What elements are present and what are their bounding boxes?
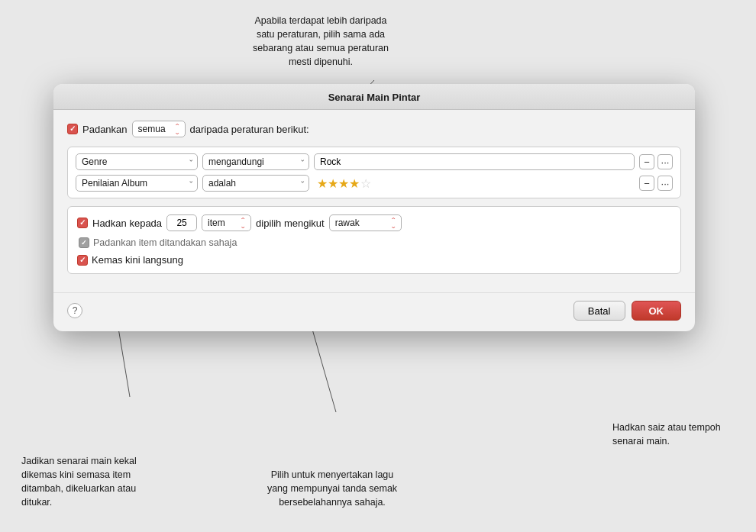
limit-label: Hadkan kepada bbox=[92, 218, 162, 229]
match-suffix: daripada peraturan berikut: bbox=[190, 124, 309, 135]
rule1-actions: − ··· bbox=[639, 154, 673, 169]
rule-row-1: Genre mengandungi − ··· bbox=[76, 153, 673, 170]
live-update-checkbox[interactable] bbox=[77, 255, 88, 266]
cancel-button[interactable]: Batal bbox=[573, 301, 625, 321]
match-checkbox[interactable] bbox=[67, 124, 78, 134]
checked-only-checkbox[interactable]: ✓ bbox=[79, 237, 89, 248]
rule1-value-input[interactable] bbox=[314, 153, 635, 170]
limit-unit-stepper-group: item bbox=[202, 214, 251, 231]
callout-bottom-left: Jadikan senarai main kekal dikemas kini … bbox=[21, 454, 163, 510]
checked-only-label: Padankan item ditandakan sahaja bbox=[93, 237, 237, 248]
live-update-label: Kemas kini langsung bbox=[92, 254, 183, 266]
match-all-dropdown[interactable]: semua bbox=[132, 121, 186, 137]
callout-bottom-right: Hadkan saiz atau tempoh senarai main. bbox=[612, 421, 735, 448]
ok-button[interactable]: OK bbox=[632, 301, 682, 321]
dialog-footer: ? Batal OK bbox=[53, 292, 695, 331]
dialog-body: Padankan semua daripada peraturan beriku… bbox=[53, 110, 695, 286]
rule2-field-dropdown[interactable]: Penilaian Album bbox=[76, 175, 198, 192]
limit-unit-dropdown[interactable]: item bbox=[202, 214, 251, 231]
live-update-row: Kemas kini langsung bbox=[77, 254, 671, 266]
dialog-titlebar: Senarai Main Pintar bbox=[53, 84, 695, 110]
rule1-remove-button[interactable]: − bbox=[639, 154, 654, 169]
rule1-more-button[interactable]: ··· bbox=[657, 154, 673, 169]
limit-section: Hadkan kepada item dipilih mengikut rawa… bbox=[67, 206, 681, 274]
limit-by-dropdown[interactable]: rawak bbox=[329, 214, 402, 231]
rule1-field-dropdown[interactable]: Genre bbox=[76, 153, 198, 170]
help-button[interactable]: ? bbox=[67, 303, 82, 318]
rule2-stars-display[interactable]: ★★★★☆ bbox=[314, 176, 635, 191]
limit-checkbox[interactable] bbox=[77, 218, 88, 228]
limit-row: Hadkan kepada item dipilih mengikut rawa… bbox=[77, 214, 671, 231]
callout-bottom-mid: Pilih untuk menyertakan lagu yang mempun… bbox=[260, 468, 405, 509]
rule2-more-button[interactable]: ··· bbox=[657, 176, 673, 191]
smart-playlist-dialog: Senarai Main Pintar Padankan semua darip… bbox=[53, 84, 695, 331]
rules-section: Genre mengandungi − ··· Penilaian Album bbox=[67, 147, 681, 198]
rule2-remove-button[interactable]: − bbox=[639, 176, 654, 191]
match-label: Padankan bbox=[82, 124, 128, 135]
rule2-actions: − ··· bbox=[639, 176, 673, 191]
limit-value-input[interactable] bbox=[166, 214, 197, 231]
rule1-condition-dropdown[interactable]: mengandungi bbox=[202, 153, 309, 170]
page-container: Apabila terdapat lebih daripada satu per… bbox=[0, 0, 756, 532]
callout-top: Apabila terdapat lebih daripada satu per… bbox=[244, 14, 397, 69]
rule2-condition-dropdown[interactable]: adalah bbox=[202, 175, 309, 192]
dialog-title: Senarai Main Pintar bbox=[328, 92, 421, 103]
rule-row-2: Penilaian Album adalah ★★★★☆ − ··· bbox=[76, 175, 673, 192]
checked-only-row: ✓ Padankan item ditandakan sahaja bbox=[77, 237, 671, 248]
limit-by-label: dipilih mengikut bbox=[256, 218, 325, 229]
match-row: Padankan semua daripada peraturan beriku… bbox=[67, 121, 681, 137]
